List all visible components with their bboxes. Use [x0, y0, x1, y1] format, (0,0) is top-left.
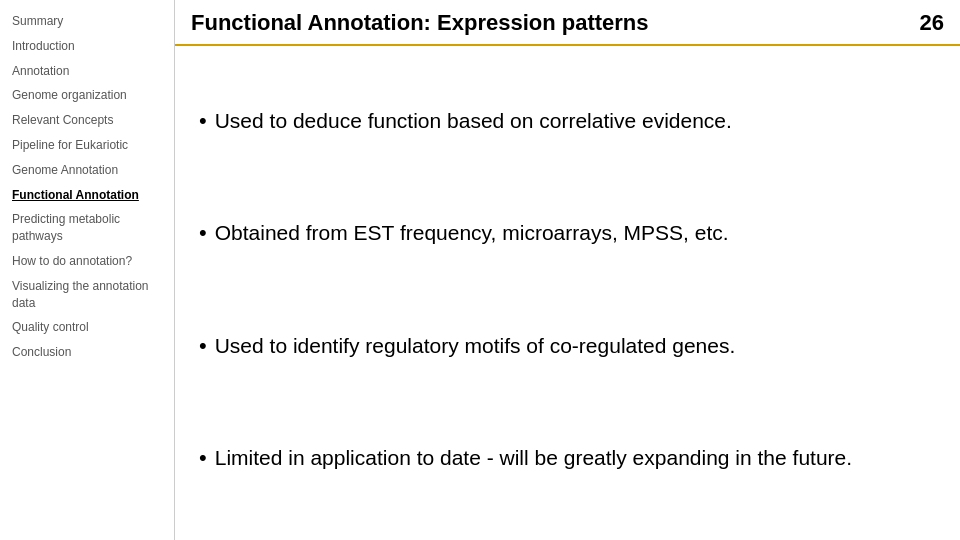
bullet-dot-icon: •: [199, 107, 207, 136]
slide-number: 26: [920, 10, 944, 36]
bullet-text: Limited in application to date - will be…: [215, 444, 852, 472]
slide-title: Functional Annotation: Expression patter…: [191, 10, 649, 36]
sidebar-item[interactable]: Conclusion: [8, 341, 166, 364]
bullet-text: Used to identify regulatory motifs of co…: [215, 332, 736, 360]
sidebar-item[interactable]: Introduction: [8, 35, 166, 58]
sidebar-item[interactable]: Visualizing the annotation data: [8, 275, 166, 315]
sidebar-item[interactable]: Summary: [8, 10, 166, 33]
sidebar-item[interactable]: How to do annotation?: [8, 250, 166, 273]
bullet-text: Obtained from EST frequency, microarrays…: [215, 219, 729, 247]
bullet-item: •Limited in application to date - will b…: [199, 444, 936, 473]
slide-header: Functional Annotation: Expression patter…: [175, 0, 960, 46]
bullet-item: •Used to deduce function based on correl…: [199, 107, 936, 136]
main-content: Functional Annotation: Expression patter…: [175, 0, 960, 540]
sidebar-item[interactable]: Genome organization: [8, 84, 166, 107]
bullet-item: •Obtained from EST frequency, microarray…: [199, 219, 936, 248]
bullet-text: Used to deduce function based on correla…: [215, 107, 732, 135]
sidebar: SummaryIntroductionAnnotationGenome orga…: [0, 0, 175, 540]
bullet-dot-icon: •: [199, 219, 207, 248]
sidebar-item[interactable]: Genome Annotation: [8, 159, 166, 182]
sidebar-item[interactable]: Pipeline for Eukariotic: [8, 134, 166, 157]
sidebar-item[interactable]: Functional Annotation: [8, 184, 166, 207]
sidebar-item[interactable]: Quality control: [8, 316, 166, 339]
sidebar-item[interactable]: Predicting metabolic pathways: [8, 208, 166, 248]
bullet-dot-icon: •: [199, 332, 207, 361]
bullet-dot-icon: •: [199, 444, 207, 473]
bullet-item: •Used to identify regulatory motifs of c…: [199, 332, 936, 361]
content-area: •Used to deduce function based on correl…: [175, 46, 960, 540]
sidebar-item[interactable]: Relevant Concepts: [8, 109, 166, 132]
sidebar-item[interactable]: Annotation: [8, 60, 166, 83]
